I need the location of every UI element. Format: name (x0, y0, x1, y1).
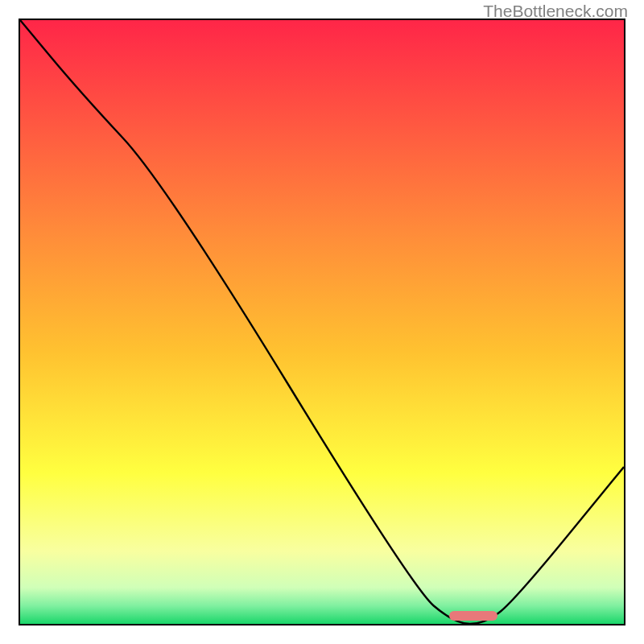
optimal-range-marker (449, 611, 497, 621)
bottleneck-curve (20, 20, 624, 624)
curve-layer (20, 20, 624, 624)
chart-plot-area (19, 19, 625, 625)
